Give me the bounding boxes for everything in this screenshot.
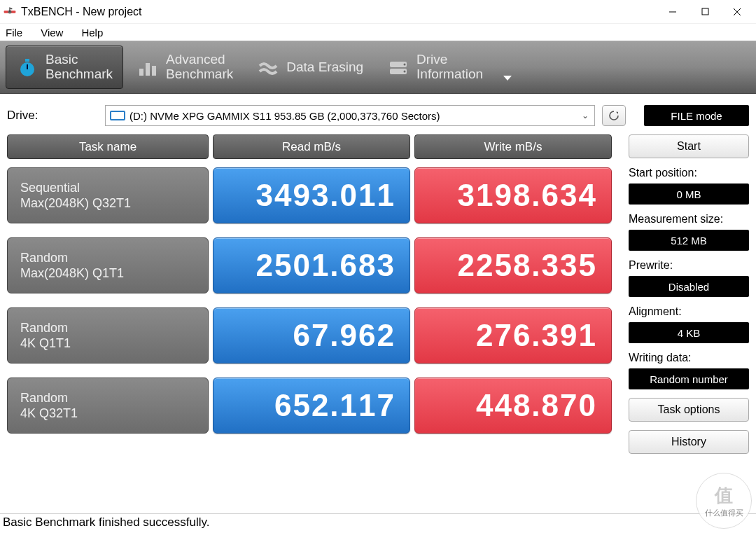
- table-row: Random 4K Q1T1 67.962 276.391: [7, 307, 616, 364]
- menu-file[interactable]: File: [3, 25, 25, 40]
- drive-row: Drive: (D:) NVMe XPG GAMMIX S11 953.85 G…: [0, 94, 756, 134]
- task-name-cell: Random Max(2048K) Q1T1: [7, 237, 209, 293]
- task-subtitle: Max(2048K) Q32T1: [20, 195, 195, 212]
- write-value: 448.870: [414, 378, 612, 434]
- writing-data-label: Writing data:: [629, 352, 749, 364]
- toolbar: Basic Benchmark Advanced Benchmark Data …: [0, 41, 756, 94]
- measurement-size-value[interactable]: 512 MB: [629, 230, 749, 251]
- prewrite-label: Prewrite:: [629, 259, 749, 272]
- sidebar: Start Start position: 0 MB Measurement s…: [629, 134, 749, 462]
- close-button[interactable]: [721, 0, 753, 24]
- alignment-label: Alignment:: [629, 305, 749, 318]
- refresh-button[interactable]: [602, 105, 626, 126]
- task-subtitle: Max(2048K) Q1T1: [20, 265, 195, 282]
- header-task: Task name: [7, 134, 209, 159]
- read-value: 2501.683: [213, 237, 410, 293]
- start-button[interactable]: Start: [629, 134, 749, 158]
- task-title: Random: [20, 390, 195, 406]
- read-value: 67.962: [213, 307, 410, 364]
- task-title: Random: [20, 250, 195, 266]
- results-header: Task name Read mB/s Write mB/s: [7, 134, 616, 159]
- drive-select[interactable]: (D:) NVMe XPG GAMMIX S11 953.85 GB (2,00…: [105, 105, 595, 126]
- main-area: Task name Read mB/s Write mB/s Sequentia…: [0, 134, 756, 462]
- measurement-size-label: Measurement size:: [629, 213, 749, 226]
- start-position-value[interactable]: 0 MB: [629, 184, 749, 205]
- svg-point-14: [404, 64, 406, 66]
- menu-view[interactable]: View: [38, 25, 66, 40]
- tab-label: Drive Information: [416, 53, 483, 82]
- erase-icon: [257, 56, 279, 78]
- status-bar: Basic Benchmark finished successfully.: [0, 513, 756, 533]
- tab-label: Data Erasing: [286, 60, 363, 75]
- task-name-cell: Sequential Max(2048K) Q32T1: [7, 167, 209, 223]
- chevron-down-icon: ⌄: [582, 111, 589, 120]
- writing-data-value[interactable]: Random number: [629, 368, 749, 389]
- task-subtitle: 4K Q1T1: [20, 335, 195, 352]
- tab-advanced-benchmark[interactable]: Advanced Benchmark: [126, 46, 244, 89]
- prewrite-value[interactable]: Disabled: [629, 276, 749, 297]
- minimize-button[interactable]: [657, 0, 689, 24]
- disk-icon: [110, 111, 125, 120]
- table-row: Random 4K Q32T1 652.117 448.870: [7, 378, 616, 434]
- window-title: TxBENCH - New project: [21, 6, 141, 18]
- maximize-button[interactable]: [689, 0, 721, 24]
- tab-label: Basic Benchmark: [46, 53, 113, 82]
- header-read: Read mB/s: [213, 134, 410, 159]
- app-icon: [3, 5, 17, 19]
- tab-drive-information[interactable]: Drive Information: [377, 46, 493, 89]
- menu-help[interactable]: Help: [78, 25, 106, 40]
- task-options-button[interactable]: Task options: [629, 398, 749, 422]
- read-value: 3493.011: [213, 167, 410, 223]
- drive-icon: [387, 56, 410, 78]
- file-mode-indicator[interactable]: FILE mode: [644, 105, 749, 126]
- alignment-value[interactable]: 4 KB: [629, 322, 749, 343]
- tab-data-erasing[interactable]: Data Erasing: [246, 46, 374, 89]
- drive-label: Drive:: [7, 109, 98, 123]
- svg-rect-7: [25, 59, 29, 62]
- svg-point-15: [404, 71, 406, 73]
- drive-selected-text: (D:) NVMe XPG GAMMIX S11 953.85 GB (2,00…: [130, 110, 440, 122]
- toolbar-overflow[interactable]: [496, 46, 519, 89]
- table-row: Random Max(2048K) Q1T1 2501.683 2258.335: [7, 237, 616, 293]
- write-value: 2258.335: [414, 237, 612, 293]
- task-name-cell: Random 4K Q1T1: [7, 307, 209, 364]
- write-value: 3198.634: [414, 167, 612, 223]
- task-name-cell: Random 4K Q32T1: [7, 378, 209, 434]
- history-button[interactable]: History: [629, 430, 749, 454]
- svg-rect-9: [139, 69, 144, 76]
- svg-rect-3: [702, 8, 708, 15]
- table-row: Sequential Max(2048K) Q32T1 3493.011 319…: [7, 167, 616, 223]
- read-value: 652.117: [213, 378, 410, 434]
- title-bar: TxBENCH - New project: [0, 0, 756, 24]
- start-position-label: Start position:: [629, 167, 749, 179]
- write-value: 276.391: [414, 307, 612, 364]
- results-table: Task name Read mB/s Write mB/s Sequentia…: [7, 134, 616, 462]
- header-write: Write mB/s: [414, 134, 612, 159]
- refresh-icon: [608, 109, 620, 122]
- chevron-down-icon: [503, 75, 512, 82]
- task-title: Sequential: [20, 180, 195, 196]
- bar-chart-icon: [136, 56, 159, 78]
- tab-basic-benchmark[interactable]: Basic Benchmark: [6, 46, 123, 89]
- task-title: Random: [20, 320, 195, 336]
- stopwatch-icon: [16, 56, 38, 78]
- menu-bar: File View Help: [0, 24, 756, 41]
- window-controls: [657, 0, 753, 24]
- svg-rect-11: [152, 66, 156, 76]
- watermark-logo: 值: [715, 483, 733, 508]
- svg-rect-10: [146, 63, 150, 76]
- task-subtitle: 4K Q32T1: [20, 406, 195, 422]
- tab-label: Advanced Benchmark: [166, 53, 233, 82]
